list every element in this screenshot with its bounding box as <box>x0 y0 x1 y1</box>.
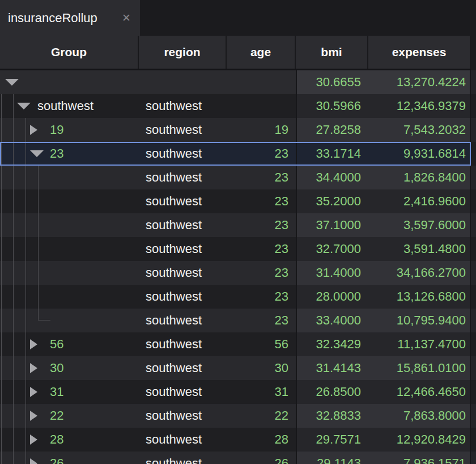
bmi-cell: 32.3429 <box>296 332 368 356</box>
bmi-cell: 27.8258 <box>296 118 368 142</box>
expenses-cell: 2,416.9600 <box>368 189 471 213</box>
age-cell: 23 <box>227 166 296 189</box>
tree-guide <box>38 166 39 320</box>
table-row[interactable]: southwest 23 32.7000 3,591.4800 <box>0 237 476 261</box>
age-cell: 31 <box>227 380 296 404</box>
group-label: 19 <box>50 118 63 142</box>
expenses-cell: 3,591.4800 <box>368 237 471 261</box>
table-row[interactable]: 22 southwest 22 32.8833 7,863.8000 <box>0 404 476 428</box>
group-label: 30 <box>50 356 63 380</box>
column-header-group[interactable]: Group <box>0 36 139 69</box>
table-row[interactable]: southwest 23 37.1000 3,597.6000 <box>0 213 476 237</box>
age-cell: 23 <box>227 285 296 309</box>
expenses-cell: 12,920.8429 <box>368 428 471 452</box>
expand-toggle-icon[interactable] <box>30 339 37 349</box>
row-edge-sliver <box>471 189 476 213</box>
group-cell <box>0 309 139 332</box>
column-header-region[interactable]: region <box>139 36 227 69</box>
region-cell: southwest <box>139 428 227 452</box>
expenses-cell: 10,795.9400 <box>368 309 471 332</box>
bmi-cell: 32.7000 <box>296 237 368 261</box>
table-row[interactable]: 19 southwest 19 27.8258 7,543.2032 <box>0 118 476 142</box>
table-row[interactable]: southwest southwest 30.5966 12,346.9379 <box>0 94 476 118</box>
group-cell: 23 <box>0 142 139 166</box>
row-edge-sliver <box>471 428 476 452</box>
table-row[interactable]: 31 southwest 31 26.8500 12,466.4650 <box>0 380 476 404</box>
expenses-cell: 9,931.6814 <box>368 142 471 166</box>
bmi-cell: 28.0000 <box>296 285 368 309</box>
table-row[interactable]: 26 southwest 26 29.1143 7,936.1571 <box>0 452 476 464</box>
expenses-cell: 1,826.8400 <box>368 166 471 189</box>
age-cell <box>227 70 296 94</box>
bmi-cell: 31.4143 <box>296 356 368 380</box>
expand-toggle-icon[interactable] <box>30 411 37 421</box>
table-row[interactable]: southwest 23 33.4000 10,795.9400 <box>0 309 476 332</box>
expenses-cell: 11,137.4700 <box>368 332 471 356</box>
group-cell <box>0 189 139 213</box>
region-cell: southwest <box>139 356 227 380</box>
expand-toggle-icon[interactable] <box>5 79 19 86</box>
expand-toggle-icon[interactable] <box>30 125 37 135</box>
region-cell: southwest <box>139 166 227 189</box>
group-cell: southwest <box>0 94 139 118</box>
age-cell: 19 <box>227 118 296 142</box>
row-edge-sliver <box>471 94 476 118</box>
row-edge-sliver <box>471 70 476 94</box>
age-cell: 23 <box>227 142 296 166</box>
table-row[interactable]: 56 southwest 56 32.3429 11,137.4700 <box>0 332 476 356</box>
bmi-cell: 32.8833 <box>296 404 368 428</box>
group-cell <box>0 166 139 189</box>
table-row[interactable]: southwest 23 35.2000 2,416.9600 <box>0 189 476 213</box>
expand-toggle-icon[interactable] <box>30 435 37 445</box>
bmi-cell: 34.4000 <box>296 166 368 189</box>
group-label: 23 <box>50 142 63 166</box>
group-label: 56 <box>50 332 63 356</box>
age-cell: 28 <box>227 428 296 452</box>
expand-toggle-icon[interactable] <box>30 387 37 397</box>
row-edge-sliver <box>471 452 476 464</box>
table-row[interactable]: southwest 23 28.0000 13,126.6800 <box>0 285 476 309</box>
row-edge-sliver <box>471 166 476 189</box>
group-cell: 22 <box>0 404 139 428</box>
column-header-expenses[interactable]: expenses <box>368 36 471 69</box>
region-cell: southwest <box>139 309 227 332</box>
close-icon[interactable]: ✕ <box>122 12 131 23</box>
bmi-cell: 31.4000 <box>296 261 368 285</box>
group-cell <box>0 213 139 237</box>
region-cell: southwest <box>139 285 227 309</box>
tab-insurance-rollup[interactable]: insuranceRollup ✕ <box>0 0 140 36</box>
region-cell: southwest <box>139 142 227 166</box>
age-cell: 30 <box>227 356 296 380</box>
table-body[interactable]: 30.6655 13,270.4224 southwest southwest … <box>0 70 476 464</box>
group-label: 22 <box>50 404 63 428</box>
expenses-cell: 12,346.9379 <box>368 94 471 118</box>
expand-toggle-icon[interactable] <box>30 363 37 373</box>
table-row[interactable]: 30 southwest 30 31.4143 15,861.0100 <box>0 356 476 380</box>
bmi-cell: 35.2000 <box>296 189 368 213</box>
age-cell: 23 <box>227 237 296 261</box>
bmi-cell: 26.8500 <box>296 380 368 404</box>
row-edge-sliver <box>471 118 476 142</box>
group-cell: 28 <box>0 428 139 452</box>
age-cell: 23 <box>227 309 296 332</box>
column-header-age[interactable]: age <box>227 36 296 69</box>
group-cell <box>0 237 139 261</box>
expenses-cell: 13,126.6800 <box>368 285 471 309</box>
table-row[interactable]: 23 southwest 23 33.1714 9,931.6814 <box>0 142 476 166</box>
group-cell: 30 <box>0 356 139 380</box>
expand-toggle-icon[interactable] <box>17 103 31 109</box>
row-edge-sliver <box>471 142 476 166</box>
region-cell: southwest <box>139 380 227 404</box>
expand-toggle-icon[interactable] <box>30 458 37 464</box>
table-row[interactable]: southwest 23 31.4000 34,166.2700 <box>0 261 476 285</box>
table-row[interactable]: 30.6655 13,270.4224 <box>0 70 476 94</box>
column-header-bmi[interactable]: bmi <box>296 36 368 69</box>
row-edge-sliver <box>471 332 476 356</box>
table-row[interactable]: 28 southwest 28 29.7571 12,920.8429 <box>0 428 476 452</box>
table-row[interactable]: southwest 23 34.4000 1,826.8400 <box>0 166 476 189</box>
expenses-cell: 34,166.2700 <box>368 261 471 285</box>
expand-toggle-icon[interactable] <box>30 150 44 157</box>
region-cell: southwest <box>139 261 227 285</box>
tab-title: insuranceRollup <box>8 11 97 26</box>
group-cell: 26 <box>0 452 139 464</box>
